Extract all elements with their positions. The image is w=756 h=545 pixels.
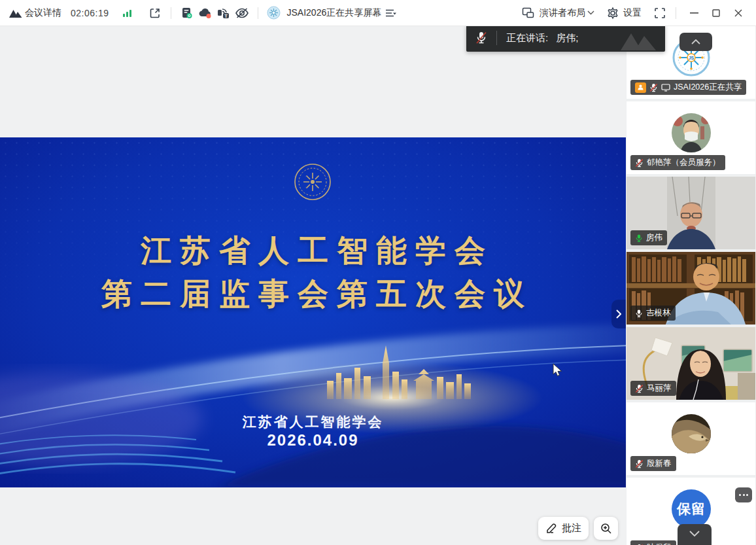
- fullscreen-icon[interactable]: [651, 4, 669, 22]
- annotate-label: 批注: [562, 522, 581, 535]
- sharing-status-text: JSAI2026正在共享屏幕: [287, 7, 382, 19]
- pen-icon: [545, 523, 558, 534]
- mouse-cursor: [553, 363, 563, 380]
- meeting-timer: 02:06:19: [71, 8, 109, 18]
- zoom-in-button[interactable]: [594, 517, 618, 540]
- participant-tile-maliping[interactable]: 马丽萍: [627, 327, 755, 400]
- name-tag: 郁艳萍（会员服务）: [630, 155, 725, 170]
- shared-screen-area: 江苏省人工智能学会 第二届监事会第五次会议 江苏省人工智能学会 2026.04.…: [0, 26, 626, 545]
- participant-name: 殷新春: [647, 458, 672, 469]
- slide-floating-controls: 批注: [538, 517, 618, 540]
- meeting-window: 会议详情 02:06:19 T JSAI2026正在共享屏幕: [0, 0, 756, 545]
- close-button[interactable]: [727, 4, 749, 22]
- watermark-logo-icon: [617, 27, 661, 52]
- slide-title-line2: 第二届监事会第五次会议: [0, 273, 626, 315]
- settings-gear-icon[interactable]: [604, 4, 622, 22]
- mic-muted-icon: [635, 384, 644, 393]
- sidebar-scroll-up-button[interactable]: [679, 33, 712, 51]
- name-tag: 叶保留: [630, 540, 676, 545]
- name-tag: 殷新春: [630, 456, 676, 471]
- name-tag: 马丽萍: [630, 381, 676, 396]
- meeting-details-link[interactable]: 会议详情: [25, 7, 61, 19]
- participant-name: 吉根林: [646, 308, 671, 319]
- open-external-icon[interactable]: [146, 4, 164, 22]
- avatar: [672, 113, 711, 152]
- layout-chevron-down-icon[interactable]: [587, 10, 594, 15]
- participant-tile-jigenlin[interactable]: 吉根林: [627, 252, 755, 325]
- presentation-slide: 江苏省人工智能学会 第二届监事会第五次会议 江苏省人工智能学会 2026.04.…: [0, 137, 626, 487]
- hide-view-icon[interactable]: [233, 4, 251, 22]
- participant-name: 马丽萍: [647, 383, 672, 394]
- network-signal-icon[interactable]: [118, 4, 137, 22]
- magnifier-plus-icon: [600, 523, 612, 535]
- participants-sidebar: JS JSAI2026正在共享 郁艳萍（会员服务）: [626, 26, 756, 545]
- share-list-icon[interactable]: [381, 4, 400, 22]
- name-tag: 吉根林: [630, 306, 676, 321]
- toolbar-divider: [258, 7, 258, 19]
- layout-icon[interactable]: [519, 4, 537, 22]
- annotate-button[interactable]: 批注: [538, 517, 589, 540]
- name-tag: 房伟: [630, 230, 667, 245]
- top-toolbar: 会议详情 02:06:19 T JSAI2026正在共享屏幕: [0, 0, 756, 26]
- participant-name: 房伟: [646, 232, 662, 243]
- participant-name: 郁艳萍（会员服务）: [647, 157, 721, 168]
- next-page-edge-button[interactable]: [611, 300, 626, 328]
- app-logo-icon: [7, 4, 25, 22]
- avatar: [672, 414, 711, 453]
- cloud-recording-icon[interactable]: [196, 4, 215, 22]
- toolbar-divider: [676, 7, 676, 19]
- docs-icon[interactable]: [178, 4, 196, 22]
- chevron-up-icon: [691, 39, 700, 44]
- sharer-logo-icon: [265, 4, 283, 22]
- name-tag: JSAI2026正在共享: [630, 80, 746, 95]
- avatar-initials: 保留: [677, 500, 706, 518]
- slide-footer-org: 江苏省人工智能学会: [0, 413, 626, 431]
- svg-text:T: T: [224, 12, 228, 18]
- mic-muted-icon: [466, 31, 496, 45]
- slide-footer-date: 2026.04.09: [0, 431, 626, 449]
- participant-tile-yinxinchun[interactable]: 殷新春: [627, 402, 755, 475]
- speaking-names: 房伟;: [556, 32, 578, 43]
- slide-title-line1: 江苏省人工智能学会: [0, 230, 626, 272]
- mic-on-icon: [635, 309, 643, 318]
- mic-muted-icon: [649, 83, 658, 92]
- participant-name: 叶保留: [647, 542, 672, 545]
- sidebar-scroll-down-button[interactable]: [678, 524, 712, 545]
- avatar: 保留: [672, 489, 711, 529]
- toolbar-divider: [171, 7, 171, 19]
- mic-muted-icon: [635, 158, 644, 167]
- cast-caption-icon[interactable]: T: [215, 4, 233, 22]
- screen-share-icon: [661, 84, 670, 92]
- speaking-prefix: 正在讲话:: [506, 32, 548, 43]
- mic-muted-icon: [635, 459, 644, 468]
- notification-divider: [496, 31, 497, 45]
- speaking-notification: 正在讲话: 房伟;: [466, 24, 665, 52]
- participant-tile-fangwei[interactable]: 房伟: [627, 177, 755, 249]
- svg-text:JS: JS: [689, 56, 695, 60]
- participant-tile-yuyanping[interactable]: 郁艳萍（会员服务）: [627, 101, 755, 174]
- layout-button-label[interactable]: 演讲者布局: [540, 7, 585, 19]
- minimize-button[interactable]: [683, 4, 705, 22]
- chevron-down-icon: [689, 531, 700, 536]
- participant-name: JSAI2026正在共享: [674, 82, 742, 93]
- settings-label[interactable]: 设置: [623, 7, 642, 19]
- tile-more-options-button[interactable]: [735, 487, 752, 502]
- host-badge-icon: [635, 82, 646, 93]
- mic-active-icon: [635, 234, 643, 243]
- maximize-button[interactable]: [705, 4, 727, 22]
